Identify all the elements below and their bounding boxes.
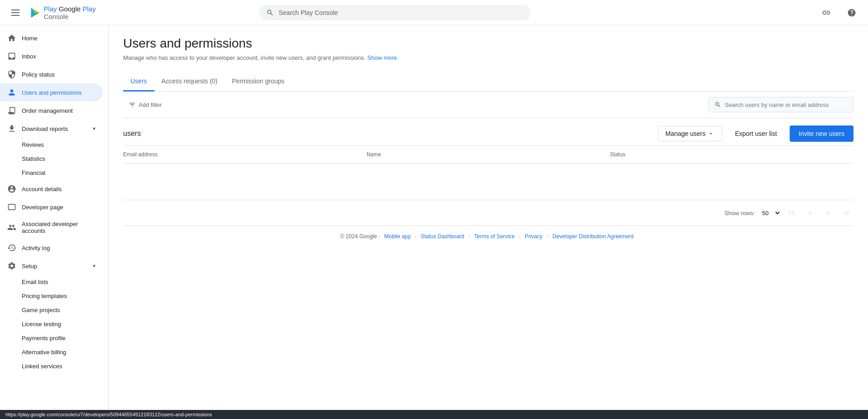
sidebar-label-payments: Payments profile — [22, 335, 66, 342]
last-page-button[interactable] — [839, 206, 854, 220]
export-user-list-button[interactable]: Export user list — [728, 126, 784, 141]
add-filter-label: Add filter — [139, 101, 162, 108]
sidebar-item-email-lists[interactable]: Email lists — [0, 275, 103, 289]
logo-google: Google — [59, 5, 83, 13]
col-status: Status — [610, 151, 854, 158]
search-bar — [259, 5, 531, 20]
filter-bar: Add filter — [123, 92, 854, 118]
first-page-button[interactable] — [785, 206, 799, 220]
manage-users-button[interactable]: Manage users — [658, 126, 723, 141]
header-left: Play Google Play Console — [7, 4, 116, 22]
link-icon — [822, 8, 831, 17]
status-bar: https://play.google.com/console/u/7/deve… — [0, 410, 868, 419]
tab-permission-groups[interactable]: Permission groups — [225, 72, 292, 92]
person-icon — [7, 88, 16, 97]
hamburger-icon — [11, 9, 19, 17]
invite-new-users-button[interactable]: Invite new users — [790, 125, 854, 142]
footer-link-dda[interactable]: Developer Distribution Agreement — [552, 233, 633, 240]
header-right — [817, 4, 861, 22]
sidebar-label-alt-billing: Alternative billing — [22, 349, 66, 356]
sidebar-item-reviews[interactable]: Reviews — [0, 138, 103, 152]
dropdown-arrow-icon — [707, 130, 715, 137]
sidebar-item-statistics[interactable]: Statistics — [0, 152, 103, 166]
sidebar-item-account-details[interactable]: Account details — [0, 180, 103, 198]
users-section-title: users — [123, 130, 658, 138]
sidebar-label-inbox: Inbox — [22, 53, 36, 60]
table-empty-state — [123, 164, 854, 200]
sidebar-item-license-testing[interactable]: License testing — [0, 317, 103, 331]
pagination-bar: Show rows: 10 25 50 100 — [123, 200, 854, 226]
sidebar: Home Inbox Policy status Users and permi… — [0, 25, 109, 410]
sidebar-item-home[interactable]: Home — [0, 29, 103, 47]
table-header: Email address Name Status — [123, 146, 854, 164]
tab-users[interactable]: Users — [123, 72, 154, 92]
footer-link-status[interactable]: Status Dashboard — [421, 233, 464, 240]
manage-users-label: Manage users — [666, 130, 706, 137]
sidebar-item-inbox[interactable]: Inbox — [0, 47, 103, 65]
help-icon — [847, 8, 856, 17]
people-icon — [7, 223, 16, 232]
sidebar-label-order: Order management — [22, 107, 73, 114]
search-users-input[interactable] — [725, 101, 848, 108]
sidebar-label-game-projects: Game projects — [22, 307, 60, 313]
footer-link-privacy[interactable]: Privacy — [525, 233, 542, 240]
show-more-link[interactable]: Show more — [367, 54, 397, 61]
sidebar-item-users-and-permissions[interactable]: Users and permissions — [0, 83, 103, 101]
sidebar-item-associated-developer-accounts[interactable]: Associated developer accounts — [0, 216, 103, 239]
inbox-icon — [7, 52, 16, 61]
sidebar-item-financial[interactable]: Financial — [0, 166, 103, 180]
svg-rect-0 — [11, 10, 19, 10]
sidebar-label-download: Download reports — [22, 125, 68, 132]
sidebar-item-linked-services[interactable]: Linked services — [0, 359, 103, 373]
sidebar-item-pricing-templates[interactable]: Pricing templates — [0, 289, 103, 303]
sidebar-label-email-lists: Email lists — [22, 279, 48, 285]
invite-label: Invite new users — [799, 130, 844, 137]
sidebar-label-associated: Associated developer accounts — [22, 221, 96, 234]
add-filter-button[interactable]: Add filter — [123, 98, 167, 111]
home-icon — [7, 34, 16, 43]
sidebar-item-developer-page[interactable]: Developer page — [0, 198, 103, 216]
sidebar-item-download-reports[interactable]: Download reports ▾ — [0, 120, 103, 138]
sidebar-label-activity: Activity log — [22, 245, 50, 251]
footer-link-terms[interactable]: Terms of Service — [474, 233, 514, 240]
help-button[interactable] — [843, 4, 861, 22]
next-page-icon — [824, 209, 832, 217]
sidebar-label-users: Users and permissions — [22, 89, 82, 96]
sidebar-label-account: Account details — [22, 186, 62, 193]
footer-link-mobile-app[interactable]: Mobile app — [384, 233, 411, 240]
sidebar-item-activity-log[interactable]: Activity log — [0, 239, 103, 257]
last-page-icon — [842, 209, 850, 217]
sidebar-item-game-projects[interactable]: Game projects — [0, 303, 103, 317]
users-section: users Manage users Export user list Invi… — [123, 118, 854, 200]
shield-icon — [7, 70, 16, 79]
search-input[interactable] — [278, 9, 523, 16]
section-actions: Manage users Export user list Invite new… — [658, 125, 854, 142]
sidebar-label-reviews: Reviews — [22, 141, 44, 148]
logo-text: Play Google Play Console — [43, 5, 116, 20]
settings-icon — [7, 261, 16, 270]
sidebar-label-setup: Setup — [22, 263, 37, 270]
page-title: Users and permissions — [123, 36, 854, 51]
page-description: Manage who has access to your developer … — [123, 54, 854, 61]
sidebar-item-payments-profile[interactable]: Payments profile — [0, 331, 103, 345]
users-section-header: users Manage users Export user list Invi… — [123, 118, 854, 146]
rows-per-page-select[interactable]: 10 25 50 100 — [758, 207, 781, 219]
svg-rect-2 — [11, 15, 19, 16]
link-button[interactable] — [817, 4, 835, 22]
filter-icon — [129, 101, 136, 108]
logo-area: Play Google Play Console — [29, 5, 116, 20]
prev-page-button[interactable] — [803, 206, 817, 220]
tab-access-requests[interactable]: Access requests (0) — [154, 72, 225, 92]
app-body: Home Inbox Policy status Users and permi… — [0, 25, 868, 410]
menu-button[interactable] — [7, 4, 24, 22]
search-users-icon — [715, 101, 721, 108]
svg-rect-1 — [11, 12, 19, 13]
sidebar-item-order-management[interactable]: Order management — [0, 101, 103, 120]
next-page-button[interactable] — [821, 206, 835, 220]
sidebar-item-setup[interactable]: Setup ▾ — [0, 257, 103, 275]
google-play-logo-icon — [29, 6, 41, 19]
prev-page-icon — [806, 209, 814, 217]
sidebar-item-alternative-billing[interactable]: Alternative billing — [0, 345, 103, 359]
sidebar-label-statistics: Statistics — [22, 155, 45, 162]
sidebar-item-policy-status[interactable]: Policy status — [0, 65, 103, 83]
